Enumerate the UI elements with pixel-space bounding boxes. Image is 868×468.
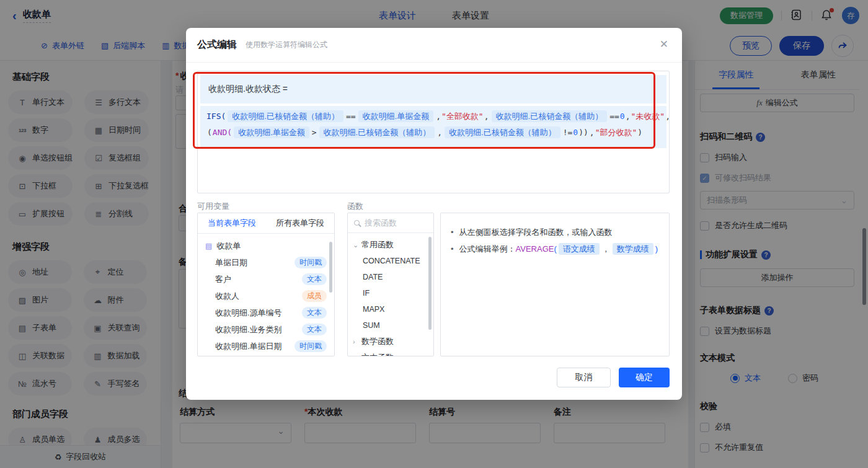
type-badge: 文本 bbox=[302, 324, 327, 335]
function-tree: ⌄ 常用函数 CONCATENATE DATE IF MAPX SUM bbox=[348, 233, 433, 356]
search-icon bbox=[354, 220, 360, 226]
dialog-subtitle: 使用数学运算符编辑公式 bbox=[246, 40, 327, 50]
formula-token: )) bbox=[578, 128, 588, 137]
formula-token: , bbox=[590, 128, 595, 137]
dialog-title: 公式编辑 bbox=[197, 38, 237, 51]
formula-line-1: IFS(收款明细.已核销金额（辅助）==收款明细.单据金额,"全部收款",收款明… bbox=[206, 108, 660, 125]
variable-row[interactable]: 收款人 成员 bbox=[198, 288, 334, 304]
formula-token: , bbox=[665, 112, 670, 121]
tab-all-form-fields[interactable]: 所有表单字段 bbox=[266, 213, 334, 233]
functions-panel: 搜索函数 ⌄ 常用函数 CONCATENATE DATE IF MAPX bbox=[347, 213, 434, 356]
formula-token: "部分收款" bbox=[595, 128, 637, 137]
help-tip-2: 公式编辑举例：AVERAGE(语文成绩，数学成绩) bbox=[451, 241, 659, 257]
field-chip: 数学成绩 bbox=[613, 243, 653, 255]
variable-row[interactable]: 单据日期 时间戳 bbox=[198, 254, 334, 271]
variables-list: ▤ 收款单 单据日期 时间戳 客户 文本 收款人 成员 收款明细.源单编号 bbox=[198, 234, 334, 355]
type-badge: 时间戳 bbox=[294, 257, 327, 268]
formula-body: IFS(收款明细.已核销金额（辅助）==收款明细.单据金额,"全部收款",收款明… bbox=[200, 106, 666, 148]
variables-tabs: 当前表单字段 所有表单字段 bbox=[198, 213, 334, 234]
formula-token: "全部收款" bbox=[441, 112, 484, 121]
variables-root-node[interactable]: ▤ 收款单 bbox=[198, 238, 334, 254]
scrollbar-thumb[interactable] bbox=[428, 237, 432, 330]
formula-token: ) bbox=[655, 244, 658, 254]
help-tip-1: 从左侧面板选择字段名和函数，或输入函数 bbox=[451, 224, 659, 241]
dialog-header: 公式编辑 使用数学运算符编辑公式 ✕ bbox=[186, 28, 682, 63]
close-icon[interactable]: ✕ bbox=[660, 38, 668, 51]
formula-token: == bbox=[609, 112, 619, 121]
formula-token: ) bbox=[637, 128, 642, 137]
formula-target-line: 收款明细.收款状态 = bbox=[200, 75, 666, 104]
function-tree-row[interactable]: ⌄ 常用函数 bbox=[348, 237, 433, 253]
tree-arrow-icon: › bbox=[353, 338, 361, 345]
formula-editor[interactable]: 收款明细.收款状态 = IFS(收款明细.已核销金额（辅助）==收款明细.单据金… bbox=[197, 71, 670, 193]
formula-token: , bbox=[437, 128, 442, 137]
help-panel: 从左侧面板选择字段名和函数，或输入函数 公式编辑举例：AVERAGE(语文成绩，… bbox=[440, 213, 670, 356]
type-badge: 成员 bbox=[302, 290, 327, 302]
formula-token: AVERAGE bbox=[516, 244, 554, 254]
field-chip: 收款明细.已核销金额（辅助） bbox=[492, 110, 608, 122]
formula-token: ， bbox=[602, 244, 610, 254]
formula-edit-dialog: 公式编辑 使用数学运算符编辑公式 ✕ 收款明细.收款状态 = IFS(收款明细.… bbox=[186, 28, 682, 400]
variable-row[interactable]: 收款明细.单据日期 时间戳 bbox=[198, 338, 334, 355]
function-tree-row[interactable]: IF bbox=[348, 285, 433, 301]
function-tree-row[interactable]: › 数学函数 bbox=[348, 333, 433, 350]
tree-arrow-icon: › bbox=[353, 354, 361, 356]
formula-token: "未收款" bbox=[631, 112, 665, 121]
formula-token: 0 bbox=[573, 128, 578, 137]
confirm-button[interactable]: 确定 bbox=[619, 368, 670, 387]
field-chip: 收款明细.单据金额 bbox=[234, 126, 309, 138]
formula-token: , bbox=[626, 112, 631, 121]
function-tree-row[interactable]: › 文本函数 bbox=[348, 350, 433, 356]
formula-line-2: (AND(收款明细.单据金额>收款明细.已核销金额（辅助）,收款明细.已核销金额… bbox=[206, 125, 660, 141]
field-chip: 收款明细.已核销金额（辅助） bbox=[445, 126, 560, 138]
field-chip: 收款明细.单据金额 bbox=[358, 110, 434, 122]
search-placeholder: 搜索函数 bbox=[365, 218, 397, 229]
function-tree-row[interactable]: CONCATENATE bbox=[348, 253, 433, 269]
formula-token: ( bbox=[554, 244, 556, 254]
function-tree-row[interactable]: SUM bbox=[348, 317, 433, 333]
cancel-button[interactable]: 取消 bbox=[557, 368, 611, 387]
field-chip: 语文成绩 bbox=[559, 243, 600, 255]
function-tree-row[interactable]: MAPX bbox=[348, 301, 433, 317]
formula-token: > bbox=[312, 128, 317, 137]
variable-row[interactable]: 收款明细.业务类别 文本 bbox=[198, 321, 334, 338]
tab-current-form-fields[interactable]: 当前表单字段 bbox=[198, 213, 266, 233]
variable-row[interactable]: 客户 文本 bbox=[198, 271, 334, 288]
doc-icon: ▤ bbox=[205, 242, 212, 250]
dialog-footer: 取消 确定 bbox=[186, 359, 682, 400]
field-chip: 收款明细.已核销金额（辅助） bbox=[228, 110, 343, 122]
formula-token: 0 bbox=[620, 112, 625, 121]
type-badge: 时间戳 bbox=[294, 340, 327, 352]
variables-panel: 当前表单字段 所有表单字段 ▤ 收款单 单据日期 时间戳 客户 文本 收款人 bbox=[197, 213, 335, 356]
function-search[interactable]: 搜索函数 bbox=[348, 213, 433, 233]
formula-token: , bbox=[484, 112, 489, 121]
formula-token: AND( bbox=[213, 128, 232, 137]
formula-token: ( bbox=[207, 128, 212, 137]
function-tree-row[interactable]: DATE bbox=[348, 269, 433, 285]
type-badge: 文本 bbox=[302, 273, 327, 285]
variable-row[interactable]: 收款明细.源单编号 文本 bbox=[198, 304, 334, 321]
formula-token: , bbox=[436, 112, 441, 121]
functions-label: 函数 bbox=[347, 201, 363, 212]
variables-label: 可用变量 bbox=[197, 201, 229, 212]
field-chip: 收款明细.已核销金额（辅助） bbox=[319, 126, 435, 138]
formula-token: == bbox=[346, 112, 356, 121]
type-badge: 文本 bbox=[302, 307, 327, 319]
variable-rows: 单据日期 时间戳 客户 文本 收款人 成员 收款明细.源单编号 文本 收款明细.… bbox=[198, 254, 334, 355]
help-example: AVERAGE(语文成绩，数学成绩) bbox=[516, 244, 658, 254]
scrollbar-thumb[interactable] bbox=[329, 242, 332, 293]
formula-token: IFS( bbox=[206, 112, 226, 121]
tree-arrow-icon: ⌄ bbox=[353, 241, 361, 249]
formula-token: != bbox=[563, 128, 573, 137]
